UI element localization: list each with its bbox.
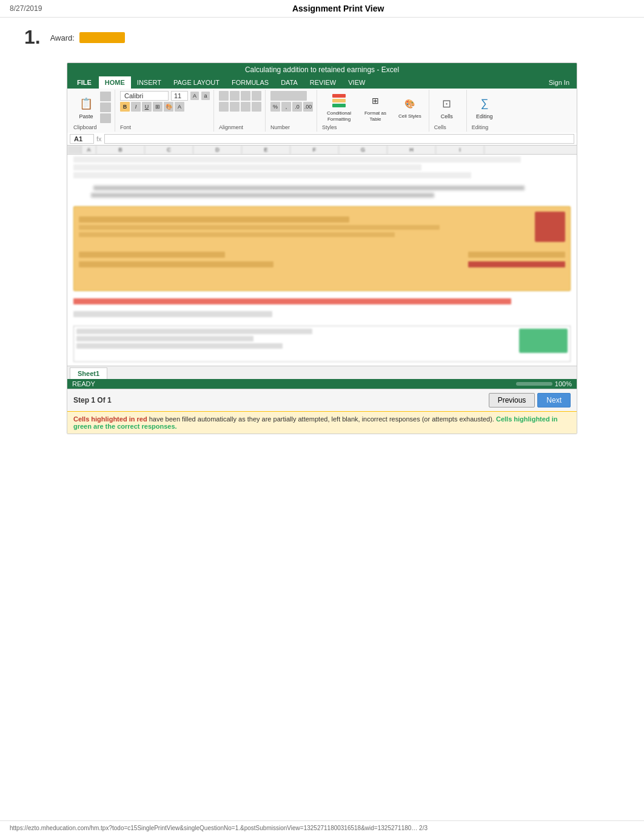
nav-buttons: Previous Next (489, 393, 571, 407)
col-header-b: B (96, 146, 145, 154)
col-header-c: C (145, 146, 193, 154)
format-as-table-button[interactable]: ⊞ Format as Table (358, 91, 392, 123)
format-table-icon: ⊞ (367, 92, 384, 109)
underline-button[interactable]: U (142, 102, 152, 112)
award-label: Award: (50, 33, 75, 42)
alignment-label: Alignment (219, 123, 243, 130)
cells-button[interactable]: ⊡ Cells (434, 94, 460, 121)
page-title: Assignment Print View (42, 4, 634, 13)
sheet1-tab[interactable]: Sheet1 (70, 367, 107, 379)
tab-insert[interactable]: INSERT (131, 76, 167, 89)
conditional-formatting-button[interactable]: Conditional Formatting (322, 91, 356, 123)
cells-label: Cells (441, 113, 453, 119)
conditional-formatting-label: Conditional Formatting (326, 110, 352, 122)
cell-styles-button[interactable]: 🎨 Cell Styles (395, 94, 425, 121)
editing-button[interactable]: ∑ Editing (472, 94, 497, 121)
decrease-decimal-button[interactable]: .00 (303, 102, 313, 112)
previous-button[interactable]: Previous (489, 393, 535, 407)
font-row-1: Calibri 11 A a (120, 91, 210, 101)
cells-group-label: Cells (434, 123, 446, 130)
font-size-input[interactable]: 11 (171, 91, 188, 101)
font-name-input[interactable]: Calibri (120, 91, 169, 101)
spreadsheet-area: A B C D E F G H I (67, 146, 577, 366)
styles-label: Styles (322, 123, 337, 130)
bold-button[interactable]: B (120, 102, 130, 112)
editing-icon: ∑ (476, 95, 493, 112)
sheet-tabs: Sheet1 (67, 366, 577, 379)
tab-data[interactable]: DATA (275, 76, 304, 89)
ribbon-group-clipboard: 📋 Paste Clipboard (70, 90, 115, 132)
font-row-2: B I U ⊞ 🎨 A (120, 102, 210, 112)
col-header-f: F (290, 146, 339, 154)
signin-area[interactable]: Sign In (544, 76, 574, 89)
align-center-icon[interactable] (230, 102, 240, 112)
tab-formulas[interactable]: FORMULAS (226, 76, 275, 89)
status-ready: READY (72, 380, 95, 387)
align-left-icon[interactable] (219, 102, 229, 112)
blurred-text-rows (67, 182, 577, 201)
col-header-d: D (193, 146, 242, 154)
tab-home[interactable]: HOME (99, 76, 131, 89)
paste-icon: 📋 (78, 95, 95, 112)
number-format-input[interactable] (270, 91, 307, 101)
tab-view[interactable]: VIEW (342, 76, 371, 89)
zoom-slider[interactable] (516, 382, 552, 386)
excel-title: Calculating addition to retained earning… (245, 65, 399, 74)
footer-url: https://ezto.mheducation.com/hm.tpx?todo… (10, 825, 417, 831)
ribbon-content: 📋 Paste Clipboard Calibri 11 A a (67, 89, 577, 133)
cells-icon: ⊡ (438, 95, 455, 112)
tab-page-layout[interactable]: PAGE LAYOUT (167, 76, 226, 89)
increase-font-icon[interactable]: A (190, 92, 199, 100)
align-top-center-icon[interactable] (230, 91, 240, 101)
wrap-text-icon[interactable] (252, 91, 261, 101)
merge-cells-icon[interactable] (252, 102, 261, 112)
red-text-area (67, 296, 577, 309)
border-button[interactable]: ⊞ (153, 102, 163, 112)
header-rows-area (67, 155, 577, 182)
excel-title-bar: Calculating addition to retained earning… (67, 63, 577, 76)
fill-color-button[interactable]: 🎨 (164, 102, 173, 112)
paste-label: Paste (79, 113, 93, 119)
col-header-e: E (242, 146, 290, 154)
formula-divider: fx (96, 135, 102, 143)
ribbon-group-font: Calibri 11 A a B I U ⊞ 🎨 A Font (116, 90, 214, 132)
formula-bar: A1 fx (67, 133, 577, 146)
tab-file[interactable]: FILE (70, 76, 99, 89)
footer-page: 2/3 (419, 825, 428, 831)
excel-container: Calculating addition to retained earning… (67, 62, 577, 434)
align-top-left-icon[interactable] (219, 91, 229, 101)
nav-footer: Step 1 Of 1 Previous Next (67, 389, 577, 411)
top-bar-date: 8/27/2019 (10, 4, 42, 13)
conditional-formatting-icon (330, 92, 347, 109)
red-cell-area (535, 212, 565, 242)
green-table-area (73, 326, 571, 362)
ribbon-group-alignment: Alignment (215, 90, 266, 132)
cell-styles-label: Cell Styles (398, 113, 421, 119)
comma-button[interactable]: , (281, 102, 291, 112)
column-headers: A B C D E F G H I (67, 146, 577, 155)
percent-button[interactable]: % (270, 102, 280, 112)
orange-table-area (73, 206, 571, 291)
clipboard-label: Clipboard (73, 123, 97, 130)
top-bar: 8/27/2019 Assignment Print View (0, 0, 644, 18)
award-line: Award: (50, 32, 125, 43)
paste-button[interactable]: 📋 Paste (73, 94, 99, 121)
align-right-icon[interactable] (241, 102, 250, 112)
hint-text-area: Cells highlighted in red have been fille… (67, 411, 577, 434)
ribbon-group-number: % , .0 .00 Number (267, 90, 317, 132)
hint-red-label: Cells highlighted in red (73, 415, 147, 423)
font-color-button[interactable]: A (175, 102, 184, 112)
tab-review[interactable]: REVIEW (304, 76, 342, 89)
align-top-right-icon[interactable] (241, 91, 250, 101)
increase-decimal-button[interactable]: .0 (292, 102, 302, 112)
bottom-rows-area (67, 309, 577, 322)
decrease-font-icon[interactable]: a (201, 92, 210, 100)
page-footer: https://ezto.mheducation.com/hm.tpx?todo… (0, 820, 644, 835)
formula-input[interactable] (104, 134, 574, 144)
editing-label: Editing (476, 113, 493, 119)
italic-button[interactable]: I (131, 102, 141, 112)
cell-reference-box[interactable]: A1 (70, 134, 94, 144)
next-button[interactable]: Next (537, 393, 571, 407)
col-header-i: I (436, 146, 485, 154)
ribbon-group-cells: ⊡ Cells Cells (431, 90, 467, 132)
